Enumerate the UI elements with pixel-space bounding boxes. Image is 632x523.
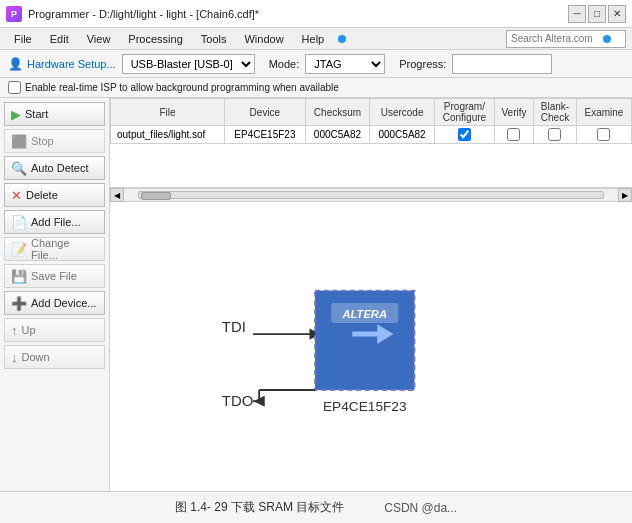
search-dot (603, 35, 611, 43)
program-checkbox[interactable] (458, 128, 471, 141)
save-file-label: Save File (31, 270, 77, 282)
change-file-label: Change File... (31, 237, 98, 261)
chip-label-text: EP4CE15F23 (323, 399, 407, 414)
delete-label: Delete (26, 189, 58, 201)
up-icon: ↑ (11, 323, 18, 338)
mode-label: Mode: (269, 58, 300, 70)
cell-examine[interactable] (576, 126, 631, 144)
horizontal-scrollbar[interactable]: ◀ ▶ (110, 188, 632, 202)
minimize-button[interactable]: ─ (568, 5, 586, 23)
down-icon: ↓ (11, 350, 18, 365)
menu-edit[interactable]: Edit (42, 31, 77, 47)
col-examine: Examine (576, 99, 631, 126)
start-icon: ▶ (11, 107, 21, 122)
close-button[interactable]: ✕ (608, 5, 626, 23)
tdi-text: TDI (222, 319, 246, 335)
window-title: Programmer - D:/light/light - light - [C… (28, 8, 259, 20)
cell-program[interactable] (434, 126, 494, 144)
window-controls: ─ □ ✕ (568, 5, 626, 23)
cell-device: EP4CE15F23 (225, 126, 306, 144)
col-verify: Verify (494, 99, 533, 126)
add-file-button[interactable]: 📄 Add File... (4, 210, 105, 234)
stop-label: Stop (31, 135, 54, 147)
add-device-icon: ➕ (11, 296, 27, 311)
menu-bar: File Edit View Processing Tools Window H… (0, 28, 632, 50)
save-file-icon: 💾 (11, 269, 27, 284)
footer-brand: CSDN @da... (384, 501, 457, 515)
col-device: Device (225, 99, 306, 126)
hardware-select[interactable]: USB-Blaster [USB-0] (122, 54, 255, 74)
save-file-button[interactable]: 💾 Save File (4, 264, 105, 288)
examine-checkbox[interactable] (597, 128, 610, 141)
cell-usercode: 000C5A82 (370, 126, 435, 144)
cell-blank-check[interactable] (534, 126, 577, 144)
table-area: File Device Checksum Usercode Program/Co… (110, 98, 632, 188)
toolbar: 👤 Hardware Setup... USB-Blaster [USB-0] … (0, 50, 632, 78)
table-row: output_files/light.sof EP4CE15F23 000C5A… (111, 126, 632, 144)
program-table: File Device Checksum Usercode Program/Co… (110, 98, 632, 144)
scroll-thumb[interactable] (141, 192, 171, 200)
col-program: Program/Configure (434, 99, 494, 126)
cell-verify[interactable] (494, 126, 533, 144)
add-device-button[interactable]: ➕ Add Device... (4, 291, 105, 315)
footer: 图 1.4- 29 下载 SRAM 目标文件 CSDN @da... (0, 491, 632, 523)
search-box (506, 30, 626, 48)
menu-processing[interactable]: Processing (120, 31, 190, 47)
up-button[interactable]: ↑ Up (4, 318, 105, 342)
mode-select[interactable]: JTAG (305, 54, 385, 74)
isp-checkbox[interactable] (8, 81, 21, 94)
altera-logo: ALTERA (342, 308, 387, 320)
add-file-label: Add File... (31, 216, 81, 228)
jtag-diagram: TDI ALTERA TDO (110, 202, 632, 491)
menu-window[interactable]: Window (236, 31, 291, 47)
start-button[interactable]: ▶ Start (4, 102, 105, 126)
progress-bar (452, 54, 552, 74)
isp-label[interactable]: Enable real-time ISP to allow background… (25, 82, 339, 93)
auto-detect-icon: 🔍 (11, 161, 27, 176)
down-button[interactable]: ↓ Down (4, 345, 105, 369)
diagram-area: TDI ALTERA TDO (110, 202, 632, 491)
status-dot (338, 35, 346, 43)
hardware-icon: 👤 (8, 57, 23, 71)
tdo-text: TDO (222, 393, 253, 409)
progress-label: Progress: (399, 58, 446, 70)
content-area: File Device Checksum Usercode Program/Co… (110, 98, 632, 491)
title-bar: P Programmer - D:/light/light - light - … (0, 0, 632, 28)
change-file-button[interactable]: 📝 Change File... (4, 237, 105, 261)
stop-icon: ⬛ (11, 134, 27, 149)
isp-checkbox-row: Enable real-time ISP to allow background… (0, 78, 632, 98)
add-device-label: Add Device... (31, 297, 96, 309)
sidebar: ▶ Start ⬛ Stop 🔍 Auto Detect ✕ Delete 📄 … (0, 98, 110, 491)
app-icon: P (6, 6, 22, 22)
col-file: File (111, 99, 225, 126)
scroll-left-arrow[interactable]: ◀ (110, 188, 124, 202)
up-label: Up (22, 324, 36, 336)
col-checksum: Checksum (305, 99, 370, 126)
scroll-track[interactable] (138, 191, 604, 199)
menu-tools[interactable]: Tools (193, 31, 235, 47)
stop-button[interactable]: ⬛ Stop (4, 129, 105, 153)
footer-caption: 图 1.4- 29 下载 SRAM 目标文件 (175, 499, 344, 516)
cell-file: output_files/light.sof (111, 126, 225, 144)
hw-setup-text[interactable]: Hardware Setup... (27, 58, 116, 70)
col-usercode: Usercode (370, 99, 435, 126)
verify-checkbox[interactable] (507, 128, 520, 141)
menu-help[interactable]: Help (294, 31, 333, 47)
add-file-icon: 📄 (11, 215, 27, 230)
auto-detect-button[interactable]: 🔍 Auto Detect (4, 156, 105, 180)
start-label: Start (25, 108, 48, 120)
menu-file[interactable]: File (6, 31, 40, 47)
auto-detect-label: Auto Detect (31, 162, 88, 174)
cell-checksum: 000C5A82 (305, 126, 370, 144)
down-label: Down (22, 351, 50, 363)
delete-icon: ✕ (11, 188, 22, 203)
menu-view[interactable]: View (79, 31, 119, 47)
col-blank-check: Blank-Check (534, 99, 577, 126)
delete-button[interactable]: ✕ Delete (4, 183, 105, 207)
blank-check-checkbox[interactable] (548, 128, 561, 141)
hardware-setup-label: 👤 Hardware Setup... (8, 57, 116, 71)
search-input[interactable] (511, 33, 601, 44)
maximize-button[interactable]: □ (588, 5, 606, 23)
scroll-right-arrow[interactable]: ▶ (618, 188, 632, 202)
menu-items: File Edit View Processing Tools Window H… (6, 31, 346, 47)
